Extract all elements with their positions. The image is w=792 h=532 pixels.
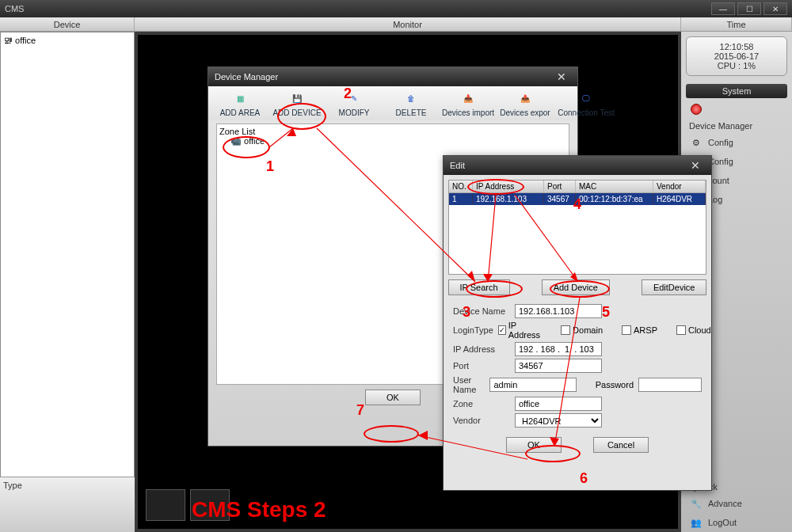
edit-ok-button[interactable]: OK (506, 437, 562, 453)
vendor-label: Vendor (453, 416, 510, 425)
user-label: User Name (453, 375, 485, 394)
tab-time: Time (681, 17, 792, 31)
add-device-button[interactable]: 💾ADD DEVICE (268, 89, 326, 117)
cell-mac: 00:12:12:bd:37:ea (576, 193, 653, 205)
device-manager-ok-button[interactable]: OK (365, 390, 421, 405)
password-label: Password (596, 380, 634, 390)
delete-button[interactable]: 🗑DELETE (383, 89, 440, 117)
device-manager-titlebar[interactable]: Device Manager ✕ (208, 67, 577, 86)
import-button[interactable]: 📥Devices import (440, 89, 497, 117)
main-window-titlebar: CMS — ☐ ✕ (0, 0, 792, 17)
edit-form: Device Name LoginType ✓IP Address Domain… (444, 298, 711, 458)
device-manager-label[interactable]: Device Manager (681, 119, 792, 133)
pencil-icon: ✎ (343, 89, 365, 107)
user-input[interactable] (489, 378, 577, 392)
ip-input[interactable] (515, 342, 602, 356)
device-grid[interactable]: NO. IP Address Port MAC Vendor 1 192.168… (448, 180, 706, 275)
edit-dialog: Edit ✕ NO. IP Address Port MAC Vendor 1 … (443, 155, 712, 491)
col-no[interactable]: NO. (449, 180, 473, 192)
grid-row[interactable]: 1 192.168.1.103 34567 00:12:12:bd:37:ea … (449, 193, 706, 205)
add-device-button[interactable]: Add Device (542, 279, 610, 295)
sidebar-local-config[interactable]: ⚙Config (681, 133, 792, 152)
cell-no: 1 (449, 193, 473, 205)
type-label: Type (3, 481, 22, 490)
device-tree[interactable]: 🖳 office (0, 32, 135, 532)
export-icon: 📤 (514, 89, 536, 107)
clock-date: 2015-06-17 (691, 51, 782, 61)
import-icon: 📥 (457, 89, 479, 107)
grid-header: NO. IP Address Port MAC Vendor (449, 180, 706, 193)
port-label: Port (453, 361, 510, 370)
connection-test-button[interactable]: 🖵Connection Test (554, 89, 619, 117)
login-type-label: LoginType (453, 325, 493, 335)
col-ip[interactable]: IP Address (473, 180, 544, 192)
record-icon (689, 102, 703, 116)
password-input[interactable] (638, 378, 702, 392)
maximize-button[interactable]: ☐ (737, 2, 761, 15)
zone-list-label: Zone List (219, 127, 566, 136)
col-mac[interactable]: MAC (576, 180, 653, 192)
ip-address-checkbox[interactable]: ✓IP Address (498, 321, 542, 340)
edit-titlebar[interactable]: Edit ✕ (444, 156, 711, 175)
domain-checkbox[interactable]: Domain (561, 325, 603, 335)
zone-input[interactable] (515, 397, 602, 411)
close-icon[interactable]: ✕ (686, 159, 705, 172)
sidebar-logout[interactable]: 👥LogOut (681, 513, 792, 532)
tab-device[interactable]: Device (0, 17, 135, 31)
arsp-checkbox[interactable]: ARSP (622, 325, 657, 335)
sidebar-advance[interactable]: 🔧Advance (681, 494, 792, 513)
zone-item[interactable]: 📹 office (219, 136, 566, 146)
ip-search-button[interactable]: IP Search (448, 279, 510, 295)
tab-monitor[interactable]: Monitor (135, 17, 681, 31)
device-icon: 💾 (286, 89, 308, 107)
cell-port: 34567 (544, 193, 576, 205)
type-panel: Type (0, 477, 135, 532)
thumbnail[interactable] (146, 489, 185, 521)
edit-device-button[interactable]: EditDevice (642, 279, 707, 295)
modify-button[interactable]: ✎MODIFY (326, 89, 383, 117)
clock-time: 12:10:58 (691, 42, 782, 51)
port-input[interactable] (515, 359, 602, 373)
users-icon: 👥 (689, 515, 703, 530)
edit-title: Edit (450, 161, 686, 170)
system-header: System (686, 84, 787, 98)
area-icon: ▦ (229, 89, 251, 107)
sidebar-device-manager[interactable] (681, 100, 792, 119)
device-name-label: Device Name (453, 306, 510, 316)
tree-root[interactable]: office (15, 36, 36, 45)
clock-cpu: CPU : 1% (691, 61, 782, 70)
minimize-button[interactable]: — (711, 2, 735, 15)
col-vendor[interactable]: Vendor (653, 180, 706, 192)
device-manager-toolbar: ▦ADD AREA 💾ADD DEVICE ✎MODIFY 🗑DELETE 📥D… (208, 86, 577, 120)
close-button[interactable]: ✕ (763, 2, 787, 15)
trash-icon: 🗑 (400, 89, 422, 107)
clock-box: 12:10:58 2015-06-17 CPU : 1% (686, 36, 787, 76)
device-name-input[interactable] (515, 304, 602, 318)
cloud-checkbox[interactable]: Cloud (676, 325, 711, 335)
close-icon[interactable]: ✕ (552, 70, 571, 83)
edit-cancel-button[interactable]: Cancel (593, 437, 649, 453)
device-manager-title: Device Manager (215, 72, 552, 82)
cell-ip: 192.168.1.103 (473, 193, 544, 205)
ip-label: IP Address (453, 344, 510, 354)
vendor-select[interactable]: H264DVR (515, 413, 602, 428)
gear-icon: ⚙ (689, 135, 703, 150)
add-area-button[interactable]: ▦ADD AREA (211, 89, 268, 117)
app-title: CMS (5, 4, 709, 13)
main-tab-bar: Device Monitor Time (0, 17, 792, 32)
cell-vendor: H264DVR (653, 193, 706, 205)
monitor-icon: 🖵 (575, 89, 597, 107)
export-button[interactable]: 📤Devices expor (497, 89, 554, 117)
annotation-title: CMS Steps 2 (192, 497, 326, 522)
col-port[interactable]: Port (544, 180, 576, 192)
wrench-icon: 🔧 (689, 496, 703, 511)
zone-label: Zone (453, 399, 510, 408)
